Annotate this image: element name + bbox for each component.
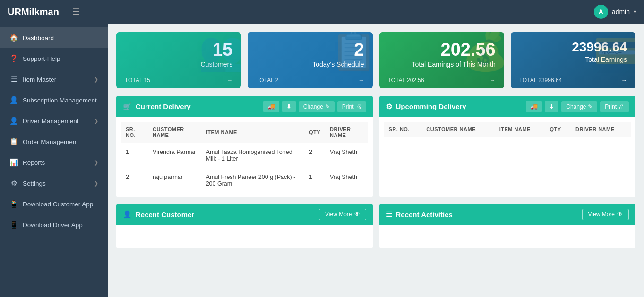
- stat-card-earnings-month[interactable]: 💰 202.56 Total Earnings of This Month TO…: [379, 32, 504, 88]
- recent-customer-card: 👤 Recent Customer View More 👁: [116, 204, 373, 248]
- upcoming-delivery-header: ⚙ Upcomming Delivery 🚚 ⬇ Change ✎ Print …: [379, 96, 636, 117]
- print-icon: 🖨: [618, 103, 624, 110]
- cell-qty: 1: [304, 168, 325, 193]
- recent-customer-view-more-btn[interactable]: View More 👁: [319, 209, 366, 220]
- sidebar-item-label: Download Customer App: [23, 201, 93, 208]
- driver-app-icon: 📱: [9, 221, 18, 229]
- upcoming-delivery-change-btn[interactable]: Change ✎: [561, 101, 597, 112]
- earnings-month-bg-icon: 💰: [462, 32, 504, 70]
- sidebar-item-label: Subscription Management: [23, 97, 97, 104]
- col-item-name: ITEM NAME: [201, 122, 304, 143]
- col-qty: QTY: [545, 122, 571, 137]
- recent-activities-title: Recent Activities: [396, 211, 453, 219]
- col-sr-no: SR. NO.: [121, 122, 148, 143]
- sidebar-item-support-help[interactable]: ❓ Support-Help: [0, 48, 108, 69]
- activities-icon: ☰: [386, 210, 392, 219]
- eye-icon: 👁: [617, 211, 623, 218]
- sidebar: 🏠 Dashboard ❓ Support-Help ☰ Item Master…: [0, 24, 108, 297]
- current-delivery-change-btn[interactable]: Change ✎: [299, 101, 335, 112]
- support-icon: ❓: [9, 54, 18, 63]
- cell-qty: 2: [304, 143, 325, 168]
- recent-customer-title: Recent Customer: [136, 211, 194, 219]
- sidebar-item-label: Support-Help: [23, 55, 60, 62]
- schedule-arrow-icon: →: [359, 77, 364, 84]
- schedule-footer: TOTAL 2 →: [256, 73, 364, 84]
- sidebar-item-label: Dashboard: [23, 34, 54, 42]
- table-row: 1 Virendra Parmar Amul Taaza Homogenised…: [121, 143, 368, 168]
- recent-activities-header: ☰ Recent Activities View More 👁: [379, 204, 636, 225]
- current-delivery-title: Current Delivery: [136, 102, 191, 110]
- upcoming-delivery-actions: 🚚 ⬇ Change ✎ Print 🖨: [526, 101, 629, 112]
- upcoming-delivery-download-btn[interactable]: ⬇: [545, 101, 558, 112]
- recent-activities-card: ☰ Recent Activities View More 👁: [379, 204, 636, 248]
- current-delivery-table: SR. NO. CUSTOMER NAME ITEM NAME QTY DRIV…: [121, 122, 368, 193]
- dashboard-icon: 🏠: [9, 34, 18, 42]
- recent-row: 👤 Recent Customer View More 👁 ☰ Recent A…: [116, 204, 635, 248]
- customers-arrow-icon: →: [227, 77, 232, 84]
- sidebar-item-label: Order Management: [23, 138, 78, 145]
- stat-card-total-earnings[interactable]: 💳 23996.64 Total Earnings TOTAL 23996.64…: [511, 32, 635, 88]
- col-sr-no: SR. NO.: [384, 122, 422, 137]
- sidebar-item-label: Driver Management: [23, 118, 79, 125]
- current-delivery-download-btn[interactable]: ⬇: [282, 101, 296, 112]
- current-delivery-table-wrapper: SR. NO. CUSTOMER NAME ITEM NAME QTY DRIV…: [116, 117, 373, 197]
- upcoming-delivery-table: SR. NO. CUSTOMER NAME ITEM NAME QTY DRIV…: [384, 122, 631, 137]
- upcoming-delivery-title: Upcomming Delivery: [396, 102, 466, 110]
- sidebar-item-download-driver-app[interactable]: 📱 Download Driver App: [0, 214, 108, 235]
- col-customer-name: CUSTOMER NAME: [148, 122, 201, 143]
- delivery-row: 🛒 Current Delivery 🚚 ⬇ Change ✎ Print 🖨: [116, 96, 635, 197]
- sidebar-item-item-master[interactable]: ☰ Item Master ❯: [0, 69, 108, 90]
- nav-toggle-icon[interactable]: ☰: [72, 7, 80, 17]
- current-delivery-truck-btn[interactable]: 🚚: [263, 101, 279, 112]
- cell-sr: 2: [121, 168, 148, 193]
- sidebar-item-order-management[interactable]: 📋 Order Management: [0, 131, 108, 152]
- stats-row: 👥 15 Customers TOTAL 15 → 📋 2 Today's Sc…: [116, 32, 635, 88]
- user-chevron-icon[interactable]: ▾: [634, 8, 636, 15]
- cell-item: Amul Fresh Paneer 200 g (Pack) - 200 Gra…: [201, 168, 304, 193]
- upcoming-delivery-print-btn[interactable]: Print 🖨: [600, 101, 629, 112]
- sidebar-item-download-customer-app[interactable]: 📱 Download Customer App: [0, 194, 108, 214]
- schedule-bg-icon: 📋: [330, 32, 373, 70]
- sidebar-item-label: Settings: [23, 180, 46, 187]
- upcoming-delivery-truck-btn[interactable]: 🚚: [526, 101, 542, 112]
- app-brand: URMilkman: [8, 7, 59, 17]
- total-earnings-footer-label: TOTAL 23996.64: [519, 77, 562, 84]
- chevron-right-icon: ❯: [94, 160, 98, 166]
- chevron-right-icon: ❯: [94, 76, 98, 83]
- table-row: 2 raju parmar Amul Fresh Paneer 200 g (P…: [121, 168, 368, 193]
- sidebar-item-dashboard[interactable]: 🏠 Dashboard: [0, 27, 108, 48]
- print-icon: 🖨: [356, 103, 361, 110]
- stat-card-schedule[interactable]: 📋 2 Today's Schedule TOTAL 2 →: [248, 32, 372, 88]
- total-earnings-footer: TOTAL 23996.64 →: [519, 73, 627, 84]
- sidebar-item-driver-management[interactable]: 👤 Driver Management ❯: [0, 110, 108, 131]
- earnings-month-footer-label: TOTAL 202.56: [388, 77, 424, 84]
- current-delivery-header: 🛒 Current Delivery 🚚 ⬇ Change ✎ Print 🖨: [116, 96, 373, 117]
- col-driver-name: DRIVER NAME: [325, 122, 368, 143]
- sidebar-item-subscription-management[interactable]: 👤 Subscription Management: [0, 90, 108, 110]
- sidebar-item-settings[interactable]: ⚙ Settings ❯: [0, 173, 108, 194]
- edit-icon: ✎: [588, 103, 592, 110]
- edit-icon: ✎: [325, 103, 330, 110]
- reports-icon: 📊: [9, 158, 18, 167]
- cell-customer: raju parmar: [148, 168, 201, 193]
- main-content: 👥 15 Customers TOTAL 15 → 📋 2 Today's Sc…: [108, 24, 644, 297]
- earnings-month-arrow-icon: →: [490, 77, 496, 84]
- username: admin: [612, 8, 630, 16]
- recent-customer-content: [116, 225, 373, 248]
- sidebar-item-label: Download Driver App: [23, 221, 83, 229]
- current-delivery-print-btn[interactable]: Print 🖨: [337, 101, 366, 112]
- driver-icon: 👤: [9, 117, 18, 125]
- stat-card-customers[interactable]: 👥 15 Customers TOTAL 15 →: [116, 32, 241, 88]
- eye-icon: 👁: [354, 211, 360, 218]
- upcoming-delivery-card: ⚙ Upcomming Delivery 🚚 ⬇ Change ✎ Print …: [379, 96, 636, 197]
- navbar: URMilkman ☰ A admin ▾: [0, 0, 644, 24]
- cell-customer: Virendra Parmar: [148, 143, 201, 168]
- subscription-icon: 👤: [9, 96, 18, 104]
- sidebar-item-label: Item Master: [23, 76, 56, 83]
- col-item-name: ITEM NAME: [495, 122, 545, 137]
- cell-driver: Vraj Sheth: [325, 143, 368, 168]
- order-icon: 📋: [9, 137, 18, 146]
- recent-activities-view-more-btn[interactable]: View More 👁: [582, 209, 629, 220]
- customers-bg-icon: 👥: [198, 32, 241, 70]
- sidebar-item-reports[interactable]: 📊 Reports ❯: [0, 152, 108, 173]
